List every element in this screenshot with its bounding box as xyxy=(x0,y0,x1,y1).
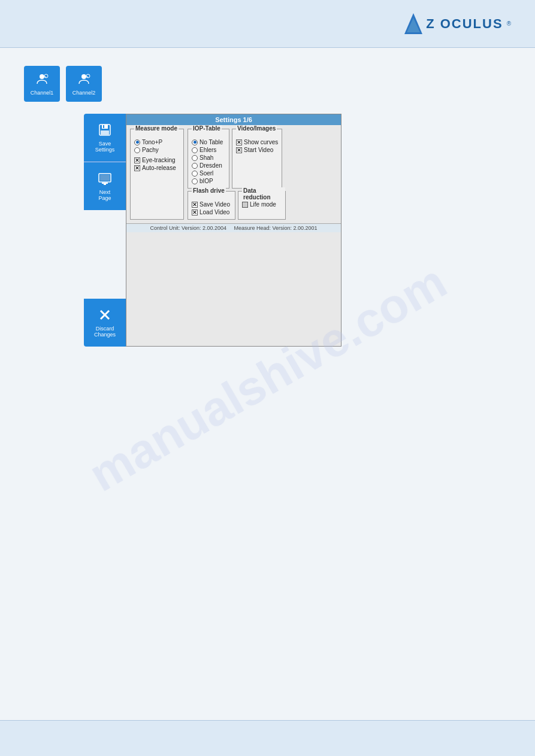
flash-drive-content: ✕ Save Video ✕ Load Video xyxy=(192,201,231,215)
biop-row[interactable]: bIOP xyxy=(192,178,225,184)
shah-radio[interactable] xyxy=(192,155,198,161)
no-table-radio[interactable] xyxy=(192,139,198,145)
measure-mode-content: Tono+P Pachy ✕ Eye-tracking xyxy=(134,139,180,171)
life-mode-check[interactable] xyxy=(242,202,248,208)
data-reduction-group: Data reduction Life mode xyxy=(238,191,286,220)
bottom-row-groups: Flash drive ✕ Save Video ✕ Load Video xyxy=(188,191,286,220)
settings-body: Measure mode Tono+P Pachy ✕ xyxy=(126,125,341,223)
flash-drive-title: Flash drive xyxy=(192,187,226,194)
logo-text: Z OCULUS xyxy=(426,16,503,32)
right-column: IOP-Table No Table Ehlers xyxy=(188,129,286,220)
top-row-groups: IOP-Table No Table Ehlers xyxy=(188,129,286,189)
save-settings-label: Save Settings xyxy=(95,141,115,153)
soerl-row[interactable]: Soerl xyxy=(192,170,225,177)
save-icon xyxy=(98,123,112,138)
soerl-radio[interactable] xyxy=(192,171,198,177)
iop-table-title: IOP-Table xyxy=(192,125,222,132)
logo: Z OCULUS® xyxy=(404,13,511,34)
tono-radio[interactable] xyxy=(134,139,140,145)
tono-radio-row[interactable]: Tono+P xyxy=(134,139,180,145)
dresden-radio[interactable] xyxy=(192,163,198,169)
biop-radio[interactable] xyxy=(192,178,198,184)
channel1-button[interactable]: + Channel1 xyxy=(24,66,60,102)
show-curves-check[interactable]: ✕ xyxy=(236,139,242,145)
measure-head-version: Measure Head: Version: 2.00.2001 xyxy=(234,225,318,231)
settings-area: Save Settings Next Page xyxy=(84,114,511,347)
measure-mode-group: Measure mode Tono+P Pachy ✕ xyxy=(130,129,184,220)
footer-bar xyxy=(0,720,535,756)
iop-table-group: IOP-Table No Table Ehlers xyxy=(188,129,229,189)
discard-changes-button[interactable]: Discard Changes xyxy=(84,299,126,347)
svg-point-3 xyxy=(40,74,44,79)
life-mode-label: Life mode xyxy=(250,201,276,208)
measure-mode-title: Measure mode xyxy=(134,125,179,132)
biop-label: bIOP xyxy=(200,178,213,184)
channel-row: + Channel1 + Channel2 xyxy=(24,66,511,102)
svg-text:+: + xyxy=(87,75,89,78)
load-video-label: Load Video xyxy=(200,209,229,215)
pachy-radio[interactable] xyxy=(134,147,140,153)
shah-label: Shah xyxy=(200,154,213,161)
logo-registered: ® xyxy=(507,20,511,27)
dresden-label: Dresden xyxy=(200,162,222,169)
eye-tracking-row[interactable]: ✕ Eye-tracking xyxy=(134,157,180,163)
channel2-button[interactable]: + Channel2 xyxy=(66,66,102,102)
side-buttons: Save Settings Next Page xyxy=(84,114,126,347)
pachy-label: Pachy xyxy=(142,147,159,153)
channel2-icon: + xyxy=(77,72,91,88)
video-images-title: Video/Images xyxy=(236,125,277,132)
svg-text:+: + xyxy=(45,75,47,78)
video-images-group: Video/Images ✕ Show curves ✕ Start Video xyxy=(232,129,282,189)
life-mode-row[interactable]: Life mode xyxy=(242,201,282,208)
start-video-check[interactable]: ✕ xyxy=(236,147,242,153)
ehlers-radio[interactable] xyxy=(192,147,198,153)
channel1-label: Channel1 xyxy=(31,90,54,96)
load-video-check[interactable]: ✕ xyxy=(192,210,198,215)
settings-title: Settings 1/6 xyxy=(126,114,341,125)
dresden-row[interactable]: Dresden xyxy=(192,162,225,169)
load-video-row[interactable]: ✕ Load Video xyxy=(192,209,231,215)
checkboxes-area: ✕ Eye-tracking ✕ Auto-release xyxy=(134,157,180,171)
data-reduction-title: Data reduction xyxy=(242,187,285,201)
flash-drive-group: Flash drive ✕ Save Video ✕ Load Video xyxy=(188,191,235,220)
shah-row[interactable]: Shah xyxy=(192,154,225,161)
svg-rect-11 xyxy=(101,130,109,135)
auto-release-row[interactable]: ✕ Auto-release xyxy=(134,165,180,171)
save-video-row[interactable]: ✕ Save Video xyxy=(192,201,231,208)
no-table-label: No Table xyxy=(200,139,223,145)
svg-rect-10 xyxy=(102,125,108,129)
svg-rect-14 xyxy=(100,175,110,181)
save-settings-button[interactable]: Save Settings xyxy=(84,114,126,162)
eye-tracking-label: Eye-tracking xyxy=(142,157,176,163)
ehlers-label: Ehlers xyxy=(200,147,216,153)
channel1-icon: + xyxy=(35,72,49,88)
settings-footer: Control Unit: Version: 2.00.2004 Measure… xyxy=(126,223,341,232)
start-video-row[interactable]: ✕ Start Video xyxy=(236,147,278,153)
tono-label: Tono+P xyxy=(142,139,162,145)
save-video-label: Save Video xyxy=(200,201,230,208)
no-table-row[interactable]: No Table xyxy=(192,139,225,145)
discard-changes-label: Discard Changes xyxy=(94,326,116,338)
start-video-label: Start Video xyxy=(244,147,273,153)
show-curves-label: Show curves xyxy=(244,139,278,145)
main-area: + Channel1 + Channel2 xyxy=(0,48,535,365)
svg-rect-12 xyxy=(103,125,104,128)
data-reduction-content: Life mode xyxy=(242,201,282,208)
auto-release-label: Auto-release xyxy=(142,165,176,171)
ehlers-row[interactable]: Ehlers xyxy=(192,147,225,153)
save-video-check[interactable]: ✕ xyxy=(192,202,198,208)
eye-tracking-check[interactable]: ✕ xyxy=(134,157,140,163)
svg-rect-15 xyxy=(102,183,108,184)
logo-icon xyxy=(404,13,422,34)
show-curves-row[interactable]: ✕ Show curves xyxy=(236,139,278,145)
next-page-button[interactable]: Next Page xyxy=(84,162,126,210)
auto-release-check[interactable]: ✕ xyxy=(134,165,140,171)
iop-table-content: No Table Ehlers Shah xyxy=(192,139,225,184)
channel2-label: Channel2 xyxy=(72,90,96,96)
next-page-label: Next Page xyxy=(98,189,111,201)
soerl-label: Soerl xyxy=(200,170,213,177)
discard-icon xyxy=(98,308,112,323)
pachy-radio-row[interactable]: Pachy xyxy=(134,147,180,153)
next-page-icon xyxy=(98,171,112,187)
settings-panel: Settings 1/6 Measure mode Tono+P Pachy xyxy=(126,114,341,347)
